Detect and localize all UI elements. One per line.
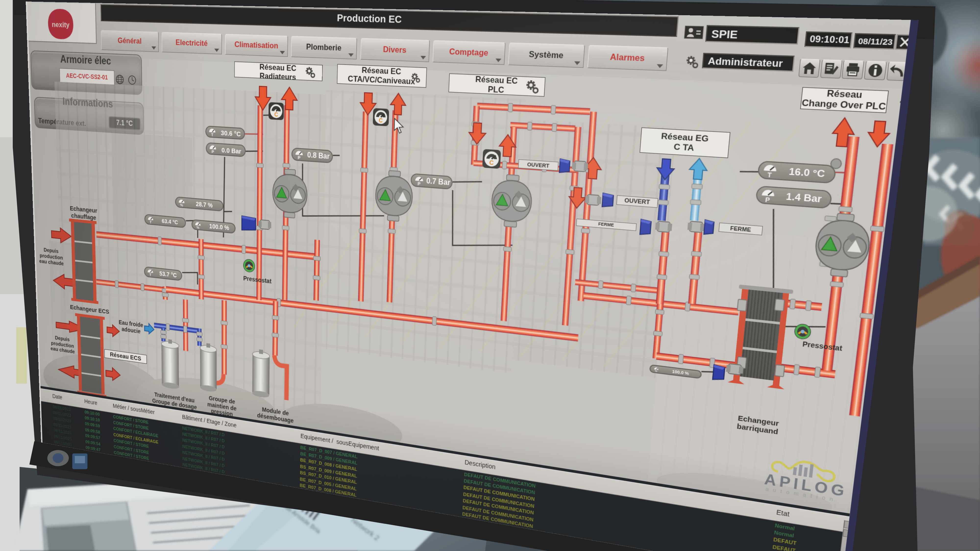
svg-text:C: C bbox=[489, 159, 494, 166]
svg-text:P: P bbox=[417, 181, 421, 186]
svg-text:P: P bbox=[298, 155, 301, 160]
svg-text:C: C bbox=[274, 111, 278, 118]
svg-text:T: T bbox=[767, 171, 772, 179]
svg-text:C: C bbox=[379, 117, 383, 124]
svg-text:%: % bbox=[655, 369, 657, 373]
svg-text:P: P bbox=[212, 149, 214, 154]
svg-text:nexity: nexity bbox=[52, 20, 70, 29]
svg-text:%: % bbox=[196, 225, 199, 229]
svg-text:T: T bbox=[150, 220, 152, 224]
svg-text:T: T bbox=[150, 272, 151, 277]
svg-text:T: T bbox=[211, 132, 213, 137]
svg-text:P: P bbox=[765, 196, 770, 204]
svg-text:%: % bbox=[180, 203, 183, 207]
